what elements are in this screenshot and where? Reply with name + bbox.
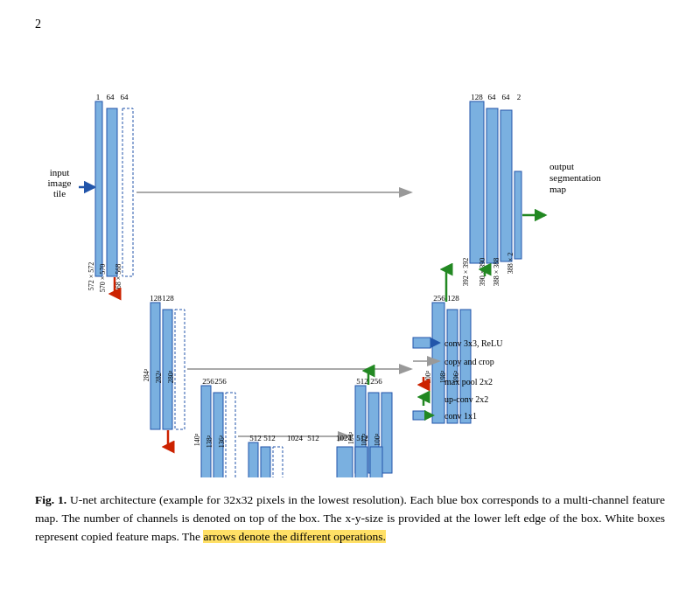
svg-text:copy and crop: copy and crop xyxy=(444,357,494,366)
svg-rect-34 xyxy=(150,303,160,429)
svg-text:138²: 138² xyxy=(206,435,214,448)
svg-rect-97 xyxy=(413,338,430,348)
svg-text:280²: 280² xyxy=(167,370,175,383)
svg-text:64: 64 xyxy=(121,93,130,101)
svg-text:256: 256 xyxy=(370,377,382,386)
svg-text:572 × 572: 572 × 572 xyxy=(88,262,95,291)
svg-rect-76 xyxy=(273,447,283,477)
svg-text:image: image xyxy=(48,178,72,188)
svg-rect-106 xyxy=(413,411,425,420)
caption-label: Fig. 1. xyxy=(35,493,66,506)
svg-rect-55 xyxy=(214,393,223,477)
svg-text:64: 64 xyxy=(488,93,497,101)
svg-rect-24 xyxy=(514,171,522,259)
svg-text:up-conv 2x2: up-conv 2x2 xyxy=(444,394,488,404)
svg-text:512: 512 xyxy=(249,434,262,442)
svg-text:570 × 570: 570 × 570 xyxy=(99,264,107,293)
svg-text:128: 128 xyxy=(162,294,174,303)
svg-rect-11 xyxy=(122,108,133,276)
svg-text:256: 256 xyxy=(214,377,227,386)
svg-text:136²: 136² xyxy=(218,435,226,448)
svg-rect-72 xyxy=(248,442,258,477)
svg-text:284²: 284² xyxy=(143,368,150,381)
svg-rect-20 xyxy=(486,108,498,263)
svg-text:1024: 1024 xyxy=(287,434,304,442)
svg-text:140²: 140² xyxy=(193,433,201,446)
svg-rect-47 xyxy=(460,310,471,423)
svg-rect-53 xyxy=(201,386,211,477)
svg-text:tile: tile xyxy=(53,188,66,199)
svg-text:388 × 2: 388 × 2 xyxy=(507,253,514,275)
svg-rect-74 xyxy=(261,447,270,477)
svg-text:output: output xyxy=(550,161,574,171)
svg-rect-43 xyxy=(432,303,444,423)
svg-rect-18 xyxy=(470,101,484,263)
svg-text:128: 128 xyxy=(447,294,459,303)
svg-text:segmentation: segmentation xyxy=(550,172,601,183)
svg-text:512: 512 xyxy=(307,434,319,442)
svg-text:conv 1x1: conv 1x1 xyxy=(444,411,477,421)
svg-text:512: 512 xyxy=(356,434,368,442)
svg-text:256: 256 xyxy=(202,377,214,386)
svg-text:2: 2 xyxy=(517,93,522,101)
caption: Fig. 1. U-net architecture (example for … xyxy=(35,491,665,547)
svg-rect-93 xyxy=(355,447,368,477)
caption-highlight: arrows denote the different operations. xyxy=(203,530,386,543)
diagram-container: input image tile 1 64 64 572 × 572 570 ×… xyxy=(35,40,665,477)
svg-text:100²: 100² xyxy=(374,433,382,446)
svg-text:200²: 200² xyxy=(424,370,432,383)
svg-text:512: 512 xyxy=(263,434,276,442)
svg-text:128: 128 xyxy=(150,294,162,303)
svg-rect-22 xyxy=(500,110,512,261)
svg-rect-91 xyxy=(337,447,353,477)
svg-rect-9 xyxy=(107,108,117,276)
svg-text:512: 512 xyxy=(356,377,368,386)
svg-text:input: input xyxy=(50,167,70,178)
svg-text:1024: 1024 xyxy=(336,434,353,442)
svg-rect-45 xyxy=(447,310,458,423)
svg-text:568 × 568: 568 × 568 xyxy=(115,264,122,293)
svg-rect-57 xyxy=(226,393,235,477)
svg-text:64: 64 xyxy=(502,93,511,101)
svg-text:128: 128 xyxy=(471,93,483,101)
svg-rect-7 xyxy=(95,101,102,276)
page-number: 2 xyxy=(35,17,665,31)
svg-text:388 × 388: 388 × 388 xyxy=(493,258,500,287)
svg-rect-36 xyxy=(163,310,172,429)
svg-text:map: map xyxy=(550,184,566,194)
svg-rect-95 xyxy=(370,447,382,477)
svg-text:256: 256 xyxy=(433,294,445,303)
svg-text:64: 64 xyxy=(107,93,116,101)
svg-text:conv 3x3, ReLU: conv 3x3, ReLU xyxy=(444,338,503,348)
svg-rect-38 xyxy=(175,310,185,429)
svg-rect-66 xyxy=(382,393,392,473)
svg-text:282²: 282² xyxy=(155,370,163,383)
svg-text:392 × 392: 392 × 392 xyxy=(462,258,470,287)
svg-text:max pool 2x2: max pool 2x2 xyxy=(444,377,493,387)
svg-text:1: 1 xyxy=(96,93,101,101)
